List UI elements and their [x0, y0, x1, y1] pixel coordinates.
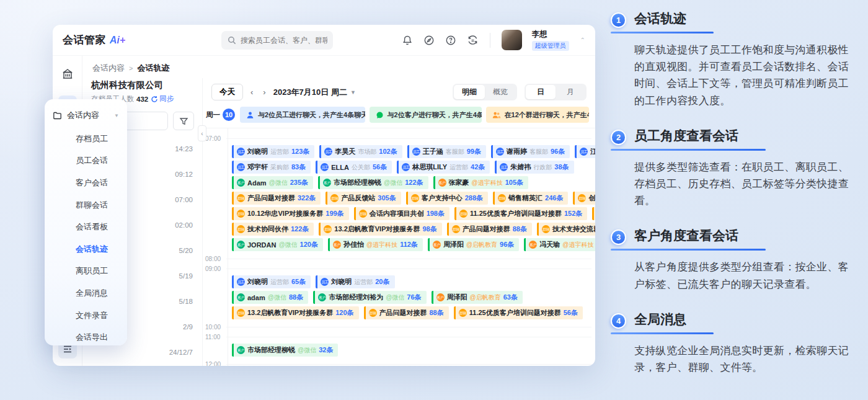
breadcrumb-current: 会话轨迹: [137, 63, 169, 74]
header-divider: [490, 33, 490, 48]
view-mode-toggle: 明细 概览: [453, 84, 517, 100]
chip-name: 市场部经理柳锐: [334, 178, 381, 187]
emp-session-chip[interactable]: 员工刘晓明运营部123条: [232, 145, 314, 158]
summary-chip-emp[interactable]: 与2位员工进行聊天，共产生4条聊天记录: [240, 107, 365, 123]
chip-count: 56条: [564, 308, 578, 318]
list-item[interactable]: 姚北盟财务部24/9/2: [82, 365, 202, 366]
cust-session-chip[interactable]: 客户adam@微信88条: [232, 291, 308, 304]
cust-session-chip[interactable]: 客户周泽阳@启帆教育96条: [428, 238, 519, 251]
emp-session-chip[interactable]: 员工谢雨婷客服部96条: [491, 145, 570, 158]
chip-count: 105条: [505, 178, 523, 187]
grid-line: [226, 259, 591, 259]
chip-count: 88条: [430, 308, 444, 318]
filter-button[interactable]: [173, 112, 194, 130]
people-icon: [492, 111, 501, 119]
dropdown-item-文件录音[interactable]: 文件录音: [45, 304, 127, 327]
cust-session-chip[interactable]: 客户孙佳怡@逍宇科技112条: [328, 238, 423, 251]
emp-session-chip[interactable]: 员工王子涵客服部99条: [407, 145, 486, 158]
group-session-chip[interactable]: 群聊产品反馈站305条: [326, 192, 401, 205]
timeline-row: 员工邓宇轩采购部83条员工ELLA公关部56条员工林思琪LILY运营部42条员工…: [232, 161, 591, 174]
emp-session-chip[interactable]: 员工江思民研发部88条: [575, 145, 595, 158]
dropdown-header[interactable]: 会话内容 ▼: [45, 107, 127, 128]
dropdown-item-客户会话[interactable]: 客户会话: [45, 172, 127, 194]
grid-line: [226, 364, 591, 365]
breadcrumb-parent[interactable]: 会话内容: [92, 63, 125, 74]
dropdown-item-会话导出[interactable]: 会话导出: [45, 326, 127, 345]
session-sync-icon[interactable]: [467, 34, 479, 46]
chip-count: 322条: [298, 193, 316, 203]
group-session-chip[interactable]: 群聊13.2启帆教育VIP对接服务群120条: [232, 306, 359, 319]
company-icon[interactable]: [58, 64, 77, 83]
chip-count: 65条: [291, 277, 306, 287]
dropdown-item-全局消息[interactable]: 全局消息: [45, 282, 127, 304]
next-day-icon[interactable]: ›: [263, 87, 265, 97]
prev-day-icon[interactable]: ‹: [250, 87, 253, 97]
emp-session-chip[interactable]: 员工邓宇轩采购部83条: [232, 161, 311, 174]
calendar-toolbar: 今天 ‹ › 2023年7月10日 周二 ▼ 明细 概览: [203, 78, 595, 105]
tab-overview[interactable]: 概览: [485, 85, 516, 99]
group-session-chip[interactable]: 群聊产品问题对接群88条: [447, 223, 532, 236]
emp-session-chip[interactable]: 员工刘晓明运营部20条: [316, 275, 394, 288]
dropdown-item-会话轨迹[interactable]: 会话轨迹: [45, 238, 127, 260]
chevron-up-icon[interactable]: ⌃: [580, 37, 585, 43]
emp-session-chip[interactable]: 员工林思琪LILY运营部42条: [397, 161, 490, 174]
cust-session-chip[interactable]: 客户Adam@微信235条: [232, 176, 313, 189]
group-session-chip[interactable]: 群聊10.12华忠VIP对接服务群199条: [232, 207, 349, 220]
emp-session-chip[interactable]: 员工刘晓明运营部65条: [232, 275, 311, 288]
cust-session-chip[interactable]: 客户市场部经理柳锐@微信32条: [232, 344, 338, 357]
tab-month[interactable]: 月: [556, 85, 585, 99]
emp-session-chip[interactable]: 员工ELLA公关部56条: [316, 161, 392, 174]
user-avatar[interactable]: [502, 30, 522, 50]
group-session-chip[interactable]: 群聊11.25优质客户培训问题对接群56条: [454, 306, 583, 319]
cust-session-chip[interactable]: 客户张家豪@逍宇科技105条: [433, 176, 529, 189]
cust-session-chip[interactable]: 客户冯天瑜@逍宇科技50条: [524, 238, 595, 251]
group-session-chip[interactable]: 群聊客户支持中心288条: [406, 192, 488, 205]
dropdown-item-离职员工[interactable]: 离职员工: [45, 260, 127, 283]
group-session-chip[interactable]: 群聊内部沟通群143条: [592, 207, 595, 220]
time-marker: 08:00: [229, 254, 591, 264]
emp-session-chip[interactable]: 员工李昊天市场部102条: [319, 145, 402, 158]
today-button[interactable]: 今天: [211, 84, 243, 100]
chip-avatar: 群聊: [459, 210, 467, 218]
cust-session-chip[interactable]: 客户周泽阳@启帆教育63条: [432, 291, 523, 304]
chip-sub: @逍宇科技: [472, 179, 503, 187]
dropdown-item-会话看板[interactable]: 会话看板: [45, 216, 127, 238]
global-search[interactable]: [221, 31, 333, 50]
cust-session-chip[interactable]: 客户JORDAN@微信120条: [232, 238, 323, 251]
list-item-time: 5/20: [179, 247, 193, 254]
cust-session-chip[interactable]: 客户市场部经理刘裕为@微信76条: [313, 291, 426, 304]
help-icon[interactable]: [445, 34, 457, 46]
group-session-chip[interactable]: 群聊会话内容项目共创198条: [354, 207, 450, 220]
group-session-chip[interactable]: 群聊销售精英汇246条: [493, 192, 568, 205]
timeline-row: 客户Adam@微信235条客户市场部经理柳锐@微信122条客户张家豪@逍宇科技1…: [232, 176, 591, 189]
group-session-chip[interactable]: 群聊11.25优质客户培训问题对接群152条: [454, 207, 587, 220]
ai-plus-badge: Ai+: [110, 35, 125, 46]
sync-link[interactable]: 同步: [151, 94, 174, 104]
tab-detail[interactable]: 明细: [454, 85, 485, 99]
user-name: 李想: [532, 29, 569, 40]
bell-icon[interactable]: [402, 34, 414, 46]
cust-session-chip[interactable]: 客户市场部经理柳锐@微信122条: [318, 176, 428, 189]
summary-chip-grp[interactable]: 在12个群进行聊天，共产生49999聊天记录: [486, 107, 589, 123]
grid-line: [226, 337, 591, 337]
feature-title: 员工角度查看会话: [634, 126, 738, 151]
feature-body: 支持纵览企业全局消息实时更新，检索聊天记录，客户、群聊、文件等。: [634, 342, 855, 376]
emp-session-chip[interactable]: 员工朱婧祎行政部38条: [495, 161, 574, 174]
group-session-chip[interactable]: 群聊技术支持交流群66条: [537, 223, 595, 236]
dropdown-item-存档员工[interactable]: 存档员工: [45, 128, 127, 150]
search-input[interactable]: [241, 36, 327, 45]
dropdown-item-员工会话[interactable]: 员工会话: [45, 150, 127, 172]
chip-count: 42条: [471, 162, 485, 172]
date-picker[interactable]: 2023年7月10日 周二 ▼: [273, 87, 356, 98]
panel-collapse-handle[interactable]: ‹: [198, 125, 206, 141]
group-session-chip[interactable]: 群聊产品问题对接群322条: [232, 192, 321, 205]
group-session-chip[interactable]: 群聊创新工坊215条: [573, 192, 595, 205]
chip-count: 102条: [379, 147, 397, 156]
summary-chip-cust[interactable]: 与2位客户进行聊天，共产生4条聊天记录: [370, 107, 482, 123]
group-session-chip[interactable]: 群聊13.2启帆教育VIP对接服务群98条: [319, 223, 441, 236]
group-session-chip[interactable]: 群聊产品问题对接群88条: [364, 306, 449, 319]
group-session-chip[interactable]: 群聊技术协同伙伴122条: [232, 223, 314, 236]
tab-day[interactable]: 日: [526, 85, 556, 99]
dropdown-item-群聊会话[interactable]: 群聊会话: [45, 194, 127, 216]
compass-icon[interactable]: [423, 34, 435, 46]
